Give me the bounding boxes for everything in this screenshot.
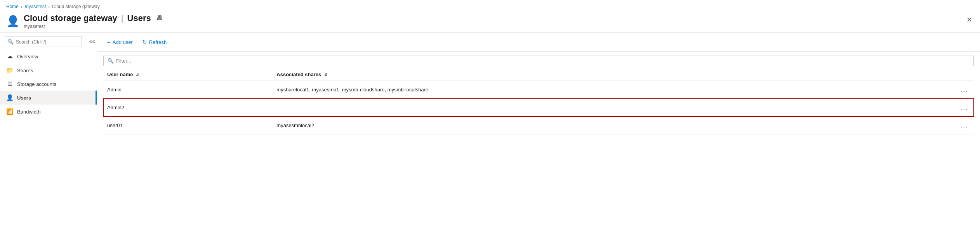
col-header-actions — [954, 68, 974, 81]
table-row[interactable]: Admin mysharelocal1, myasesmb1, mysmb-cl… — [103, 81, 974, 99]
cell-actions-admin: … — [954, 81, 974, 99]
breadcrumb-current: Cloud storage gateway — [52, 4, 100, 9]
sidebar-nav: ☁ Overview 📁 Shares ☰ Storage accounts 👤… — [0, 49, 97, 119]
sidebar-item-storage-accounts[interactable]: ☰ Storage accounts — [0, 77, 97, 91]
cell-shares-admin2: - — [273, 99, 954, 117]
toolbar: + Add user ↻ Refresh — [97, 33, 980, 52]
sidebar-label-storage-accounts: Storage accounts — [17, 81, 56, 87]
cell-shares-admin: mysharelocal1, myasesmb1, mysmb-cloudsha… — [273, 81, 954, 99]
sidebar-label-shares: Shares — [17, 68, 33, 73]
bandwidth-icon: 📶 — [6, 108, 13, 115]
sidebar-label-overview: Overview — [17, 54, 38, 59]
breadcrumb-home[interactable]: Home — [6, 4, 19, 9]
add-user-button[interactable]: + Add user — [103, 37, 137, 47]
print-icon[interactable]: 🖶 — [156, 15, 163, 22]
sidebar-search-row: 🔍 «« — [0, 33, 97, 49]
filter-icon: 🔍 — [108, 58, 114, 64]
cell-username-user01: user01 — [103, 117, 273, 135]
table-row[interactable]: Admin2 - … — [103, 99, 974, 117]
search-input[interactable] — [16, 39, 78, 45]
table-body: Admin mysharelocal1, myasesmb1, mysmb-cl… — [103, 81, 974, 135]
sidebar-label-users: Users — [17, 95, 31, 101]
content-area: + Add user ↻ Refresh 🔍 User name ⇵ — [97, 33, 980, 229]
cell-actions-admin2: … — [954, 99, 974, 117]
more-options-user01-button[interactable]: … — [958, 121, 970, 130]
header-user-icon: 👤 — [6, 15, 20, 28]
sidebar-item-bandwidth[interactable]: 📶 Bandwidth — [0, 105, 97, 119]
more-options-admin-button[interactable]: … — [958, 85, 970, 94]
add-user-label: Add user — [113, 39, 133, 45]
users-icon: 👤 — [6, 94, 13, 101]
search-box[interactable]: 🔍 — [4, 37, 82, 47]
header-subtitle: myasetest — [24, 24, 974, 29]
refresh-icon: ↻ — [142, 38, 147, 45]
refresh-button[interactable]: ↻ Refresh — [138, 37, 171, 47]
table-header: User name ⇵ Associated shares ⇵ — [103, 68, 974, 81]
sidebar: 🔍 «« ☁ Overview 📁 Shares ☰ Storage accou… — [0, 33, 97, 229]
breadcrumb-sep1: › — [21, 4, 23, 9]
cell-shares-user01: myasesmblocal2 — [273, 117, 954, 135]
search-icon: 🔍 — [7, 39, 14, 45]
table-row[interactable]: user01 myasesmblocal2 … — [103, 117, 974, 135]
storage-icon: ☰ — [6, 81, 13, 87]
breadcrumb-sep2: › — [48, 4, 50, 9]
overview-icon: ☁ — [6, 53, 13, 60]
header-title: Cloud storage gateway | Users 🖶 — [24, 13, 974, 23]
shares-icon: 📁 — [6, 67, 13, 74]
sidebar-item-users[interactable]: 👤 Users — [0, 91, 97, 105]
header-title-block: Cloud storage gateway | Users 🖶 myasetes… — [24, 13, 974, 29]
cell-username-admin2: Admin2 — [103, 99, 273, 117]
close-button[interactable]: ✕ — [966, 16, 972, 24]
refresh-label: Refresh — [149, 39, 167, 45]
page-header: 👤 Cloud storage gateway | Users 🖶 myaset… — [0, 12, 980, 33]
table-container: User name ⇵ Associated shares ⇵ Admin my… — [97, 66, 980, 229]
users-table: User name ⇵ Associated shares ⇵ Admin my… — [103, 68, 974, 135]
header-resource-name: Cloud storage gateway — [24, 13, 117, 23]
header-section-name: Users — [127, 13, 151, 23]
breadcrumb: Home › myasetest › Cloud storage gateway — [0, 0, 980, 12]
cell-username-admin: Admin — [103, 81, 273, 99]
sidebar-item-shares[interactable]: 📁 Shares — [0, 63, 97, 77]
sort-username-icon: ⇵ — [136, 73, 139, 77]
cell-actions-user01: … — [954, 117, 974, 135]
sidebar-item-overview[interactable]: ☁ Overview — [0, 49, 97, 63]
collapse-sidebar-button[interactable]: «« — [87, 38, 97, 44]
filter-bar[interactable]: 🔍 — [103, 56, 974, 66]
header-title-separator: | — [121, 13, 123, 23]
breadcrumb-myasetest[interactable]: myasetest — [25, 4, 46, 9]
add-icon: + — [107, 39, 111, 45]
filter-input[interactable] — [116, 58, 970, 64]
main-layout: 🔍 «« ☁ Overview 📁 Shares ☰ Storage accou… — [0, 33, 980, 229]
more-options-admin2-button[interactable]: … — [958, 103, 970, 112]
sidebar-label-bandwidth: Bandwidth — [17, 109, 41, 115]
sort-shares-icon: ⇵ — [324, 73, 327, 77]
col-header-username[interactable]: User name ⇵ — [103, 68, 273, 81]
col-header-shares[interactable]: Associated shares ⇵ — [273, 68, 954, 81]
